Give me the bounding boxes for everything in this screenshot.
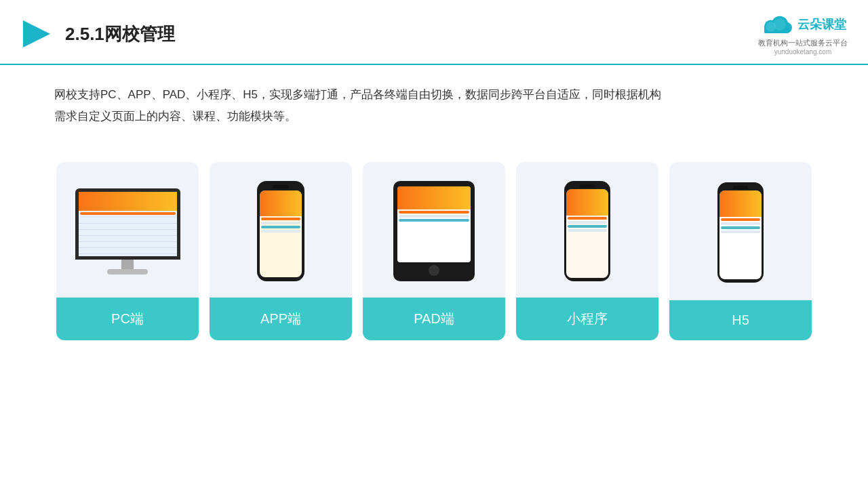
logo-brand-text: 云朵课堂	[797, 16, 846, 33]
mini-rows	[566, 216, 608, 235]
screen-row	[80, 224, 176, 227]
phone-tall-screen	[566, 189, 608, 278]
miniprogram-card: 小程序	[516, 162, 658, 340]
screen-row	[568, 225, 607, 228]
monitor-frame	[75, 188, 180, 260]
pc-card: PC端	[56, 162, 199, 340]
pad-image-area	[363, 162, 505, 298]
screen-row	[568, 217, 607, 220]
app-label: APP端	[210, 298, 352, 340]
h5-screen-inner	[719, 190, 762, 279]
pad-card: PAD端	[363, 162, 505, 340]
description-text: 网校支持PC、APP、PAD、小程序、H5，实现多端打通，产品各终端自由切换，数…	[0, 65, 868, 135]
cards-section: PC端 APP端	[0, 142, 868, 361]
monitor-rows	[79, 211, 177, 234]
description-line2: 需求自定义页面上的内容、课程、功能模块等。	[54, 106, 814, 127]
pad-banner	[397, 186, 471, 209]
screen-row	[399, 211, 469, 214]
description-line1: 网校支持PC、APP、PAD、小程序、H5，实现多端打通，产品各终端自由切换，数…	[54, 84, 814, 106]
pad-mockup	[393, 181, 475, 281]
app-phone-mockup	[257, 181, 304, 281]
miniprogram-image-area	[516, 162, 658, 298]
app-rows	[260, 216, 302, 235]
h5-label: H5	[669, 300, 812, 340]
pc-monitor-mockup	[75, 188, 180, 274]
logo-cloud: 云朵课堂	[760, 12, 846, 37]
pad-screen	[397, 186, 471, 262]
play-icon	[20, 18, 53, 50]
mini-banner	[566, 189, 608, 216]
app-banner	[260, 190, 302, 216]
screen-row	[261, 230, 300, 232]
screen-row	[80, 220, 176, 223]
monitor-stand-neck	[121, 260, 134, 269]
app-card: APP端	[210, 162, 352, 340]
monitor-screen	[79, 192, 177, 256]
header: 2.5.1网校管理 云朵课堂 教育机构一站式服务云平台 yunduoketang…	[0, 0, 868, 65]
monitor-banner	[79, 192, 177, 211]
cloud-icon	[760, 12, 793, 37]
screen-row	[261, 218, 300, 220]
pad-home-button	[429, 265, 439, 276]
pad-screen-inner	[397, 186, 471, 262]
screen-row	[261, 222, 300, 224]
h5-banner	[719, 190, 762, 217]
header-left: 2.5.1网校管理	[20, 18, 175, 50]
h5-screen	[719, 190, 762, 279]
screen-row	[568, 221, 607, 224]
page-title: 2.5.1网校管理	[65, 22, 175, 46]
screen-row	[721, 226, 760, 229]
pad-label: PAD端	[363, 298, 505, 340]
screen-row	[80, 212, 176, 215]
h5-rows	[719, 217, 762, 236]
svg-marker-0	[23, 20, 50, 47]
phone-tall-notch	[580, 184, 595, 188]
screen-row	[721, 222, 760, 225]
screen-row	[721, 218, 760, 221]
screen-row	[80, 228, 176, 231]
logo-area: 云朵课堂 教育机构一站式服务云平台 yunduoketang.com	[758, 12, 848, 56]
monitor-stand-base	[107, 269, 148, 274]
logo-tagline: 教育机构一站式服务云平台	[758, 38, 848, 48]
phone-screen	[260, 190, 302, 277]
h5-notch	[733, 186, 748, 189]
miniprogram-phone-mockup	[564, 181, 610, 281]
app-image-area	[210, 162, 352, 298]
screen-row	[80, 216, 176, 219]
pc-label: PC端	[56, 298, 199, 340]
phone-tall-screen-inner	[566, 189, 608, 278]
screen-row	[399, 215, 469, 218]
pc-image-area	[56, 162, 199, 298]
phone-screen-inner	[260, 190, 302, 277]
phone-notch	[273, 185, 289, 188]
logo-domain: yunduoketang.com	[774, 48, 832, 56]
h5-image-area	[669, 162, 812, 300]
screen-row	[399, 219, 469, 222]
h5-phone-mockup	[717, 182, 764, 283]
miniprogram-label: 小程序	[516, 298, 658, 340]
pad-rows	[397, 209, 471, 224]
screen-row	[721, 230, 760, 233]
svg-point-6	[774, 18, 786, 30]
h5-card: H5	[669, 162, 812, 340]
screen-row	[568, 229, 607, 232]
screen-row	[261, 226, 300, 228]
